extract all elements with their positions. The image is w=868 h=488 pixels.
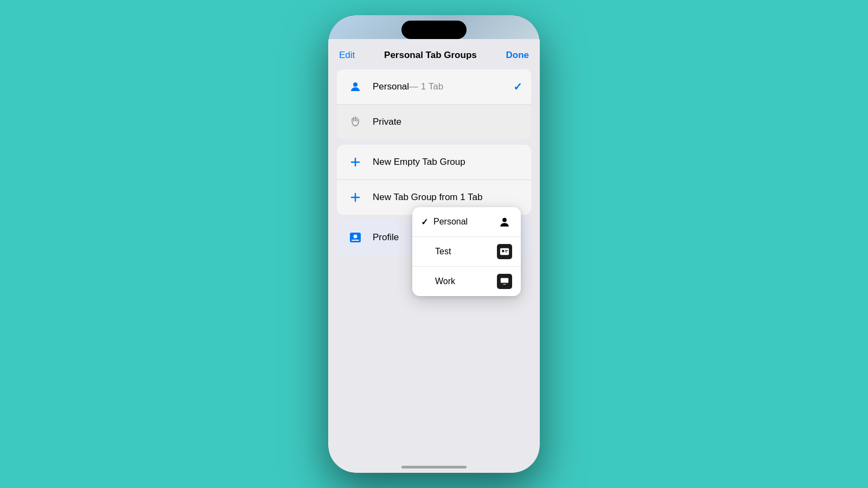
- dropdown-item-personal[interactable]: ✓ Personal: [412, 207, 521, 236]
- private-label: Private: [373, 117, 522, 127]
- dynamic-island: [401, 21, 467, 39]
- person-icon: [346, 77, 365, 97]
- done-button[interactable]: Done: [506, 50, 529, 61]
- sheet-title: Personal Tab Groups: [384, 50, 477, 61]
- profile-badge-icon: [346, 228, 365, 247]
- home-indicator: [401, 466, 467, 468]
- tab-groups-section: Personal— 1 Tab ✓ Private: [337, 69, 531, 139]
- svg-point-0: [353, 82, 358, 87]
- personal-label: Personal— 1 Tab: [373, 81, 513, 92]
- phone-screen: HOW Edit Personal Tab Groups Done: [328, 15, 540, 473]
- dropdown-monitor-icon: [497, 274, 512, 289]
- profile-dropdown-menu[interactable]: ✓ Personal Test: [412, 207, 521, 296]
- svg-rect-11: [502, 283, 507, 284]
- selected-checkmark-icon: ✓: [513, 80, 522, 93]
- svg-rect-10: [503, 284, 506, 285]
- svg-point-2: [354, 235, 358, 239]
- new-items-section: New Empty Tab Group New Tab Group from 1…: [337, 145, 531, 215]
- svg-rect-3: [352, 240, 359, 241]
- dropdown-work-label: Work: [435, 277, 455, 286]
- dropdown-item-work[interactable]: Work: [412, 266, 521, 296]
- svg-point-6: [502, 250, 505, 253]
- sheet-header: Edit Personal Tab Groups Done: [328, 39, 540, 69]
- dropdown-id-card-icon: [497, 244, 512, 259]
- dropdown-item-test[interactable]: Test: [412, 236, 521, 266]
- phone-frame: HOW Edit Personal Tab Groups Done: [328, 15, 540, 473]
- new-empty-tab-group-row[interactable]: New Empty Tab Group: [337, 145, 531, 179]
- hand-stop-icon: [346, 112, 365, 132]
- private-tab-group-row[interactable]: Private: [337, 104, 531, 139]
- plus-icon-new-tab: [346, 188, 365, 207]
- svg-rect-5: [500, 248, 509, 255]
- dropdown-personal-label: Personal: [433, 217, 468, 227]
- dropdown-person-icon: [497, 214, 512, 229]
- edit-button[interactable]: Edit: [339, 50, 355, 61]
- personal-tab-group-row[interactable]: Personal— 1 Tab ✓: [337, 69, 531, 104]
- plus-icon-new-empty: [346, 152, 365, 172]
- svg-rect-8: [505, 252, 507, 252]
- new-tab-group-label: New Tab Group from 1 Tab: [373, 192, 522, 203]
- dropdown-selected-check: ✓: [421, 217, 428, 227]
- main-sheet: Edit Personal Tab Groups Done Personal— …: [328, 39, 540, 473]
- new-empty-label: New Empty Tab Group: [373, 157, 522, 168]
- dropdown-test-label: Test: [435, 247, 451, 256]
- svg-rect-7: [505, 250, 508, 251]
- svg-rect-9: [501, 278, 508, 283]
- svg-point-4: [502, 218, 507, 222]
